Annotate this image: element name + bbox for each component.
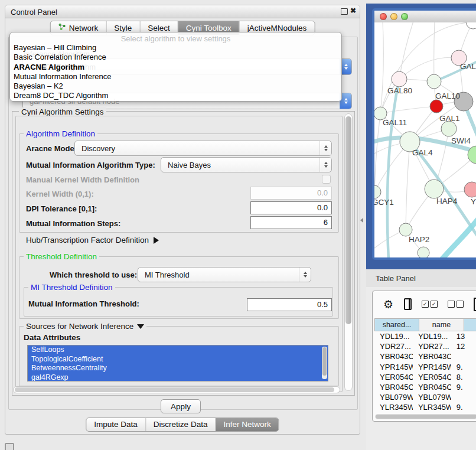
algorithm-option[interactable]: Basic Correlation Inference [10,53,341,62]
table-window: ⚙ ✓ ✓ shared...nameA YDL19...YDL19...13Y… [372,291,476,422]
unchecked-box-icon [457,301,464,308]
network-edge[interactable] [380,22,383,113]
gear-icon[interactable]: ⚙ [383,299,393,310]
columns-view-icon[interactable] [404,298,411,310]
network-node[interactable] [430,100,443,113]
network-node[interactable] [418,247,429,257]
tab-infer-network[interactable]: Infer Network [215,418,278,431]
network-node[interactable] [374,185,381,198]
data-attributes-list[interactable]: SelfLoopsTopologicalCoefficientBetweenne… [27,345,328,381]
float-window-icon[interactable] [341,8,348,15]
table-horizontal-scrollbar[interactable] [375,414,476,419]
mi-steps-field[interactable]: 6 [250,216,332,229]
network-edge[interactable] [434,22,435,81]
node-label: GAL4 [412,148,433,157]
select-none-icon[interactable] [448,301,464,308]
collapsed-panel-icon[interactable] [5,443,14,450]
settings-horizontal-scrollbar[interactable] [13,386,340,393]
checked-box-icon: ✓ [422,301,429,308]
attribute-item[interactable]: gal4RGexp [28,373,328,382]
node-label: GCY1 [374,198,394,207]
screen: GALGAL80GAL10GAL11GAL1SWI4GAL4GCY1HAP4YH… [0,0,476,450]
table-row[interactable]: YIL052CYIL052C9 [374,413,476,413]
column-header[interactable]: A [464,318,476,331]
mi-type-label: Mutual Information Algorithm Type: [26,161,155,169]
table-row[interactable]: YPR145WYPR145W9. [374,362,476,372]
mi-threshold-field[interactable]: 0.5 [247,298,332,311]
table-header-row: shared...nameA [374,318,476,331]
tab-discretize-data[interactable]: Discretize Data [145,418,216,431]
table-row[interactable]: YLR345WYLR345W9. [374,402,476,412]
mi-threshold-group-title: MI Threshold Definition [28,283,115,292]
algorithm-option[interactable]: Bayesian – K2 [10,81,341,91]
close-icon[interactable]: ✖ [350,6,356,15]
table-cell: YDL19... [374,332,413,341]
attribute-item[interactable]: SelfLoops [28,345,328,355]
table-row[interactable]: YDL19...YDL19...13 [374,331,476,341]
tab-label: Impute Data [94,420,138,429]
network-tab-icon [58,23,66,32]
column-header[interactable]: name [419,318,464,331]
network-edge[interactable] [387,79,399,257]
table-cell: YBR045C [374,383,413,392]
algorithm-option[interactable]: Mutual Information Inference [10,72,341,81]
list-vertical-scrollbar[interactable] [322,347,327,379]
settings-vertical-scrollbar[interactable] [344,113,353,391]
network-node[interactable] [466,22,476,29]
kernel-width-label: Kernel Width (0,1): [26,190,94,198]
table-row[interactable]: YDR27...YDR27...12 [374,341,476,351]
zoom-traffic-light-icon[interactable] [401,13,408,20]
network-window-titlebar[interactable] [374,11,476,23]
which-threshold-combobox[interactable]: MI Threshold [138,267,311,282]
tab-impute-data[interactable]: Impute Data [86,418,145,431]
network-node[interactable] [441,121,457,136]
network-edge[interactable] [399,22,413,79]
table-row[interactable]: YBR045CYBR045C9. [374,382,476,392]
table-cell: YDL19... [413,332,451,341]
network-node[interactable] [425,180,444,198]
network-node[interactable] [427,74,441,89]
dpi-tolerance-field[interactable]: 0.0 [250,201,332,214]
algorithm-option[interactable]: Dream8 DC_TDC Algorithm [10,91,341,100]
dpi-tolerance-label: DPI Tolerance [0,1]: [26,204,97,213]
attribute-item[interactable]: TopologicalCoefficient [28,355,328,364]
network-node[interactable] [464,182,476,197]
table-toolbar: ⚙ ✓ ✓ [373,291,476,317]
network-node[interactable] [399,223,412,236]
network-view-window[interactable]: GALGAL80GAL10GAL11GAL1SWI4GAL4GCY1HAP4YH… [372,8,476,260]
panel-collapse-arrow-icon[interactable] [360,218,363,223]
algorithm-dropdown-popup: Select algorithm to view settings Bayesi… [9,32,342,102]
aracne-mode-label: Aracne Mode: [26,144,77,153]
settings-group-title: Cyni Algorithm Settings [19,107,106,116]
table-cell: 8. [451,373,476,381]
attribute-item[interactable]: BetweennessCentrality [28,364,328,373]
column-header[interactable]: shared... [374,318,419,331]
network-canvas[interactable]: GALGAL80GAL10GAL11GAL1SWI4GAL4GCY1HAP4YH… [374,22,476,257]
table-row[interactable]: YER054CYER054C8. [374,372,476,382]
mi-type-combobox[interactable]: Naive Bayes [161,157,332,172]
threshold-definition-title: Threshold Definition [24,252,99,261]
control-panel-titlebar[interactable] [5,5,360,18]
document-icon[interactable] [474,298,476,311]
table-row[interactable]: YBR043CYBR043C [374,351,476,361]
network-node[interactable] [392,71,407,87]
apply-button[interactable]: Apply [161,399,201,413]
table-cell: YLR345W [413,403,451,412]
minimize-traffic-light-icon[interactable] [390,13,397,20]
table-row[interactable]: YBL079WYBL079W [374,392,476,402]
manual-kernel-checkbox[interactable] [322,175,331,184]
network-edge[interactable] [380,106,436,113]
network-graph[interactable]: GALGAL80GAL10GAL11GAL1SWI4GAL4GCY1HAP4YH… [374,22,476,257]
select-all-checked-icon[interactable]: ✓ ✓ [422,301,438,308]
network-edge[interactable] [406,142,410,230]
hub-definition-toggle[interactable]: Hub/Transcription Factor Definition [26,236,159,244]
table-cell: YBL079W [413,393,451,402]
kernel-width-field[interactable]: 0.0 [250,187,332,200]
algorithm-option[interactable]: Bayesian – Hill Climbing [10,43,341,53]
sources-toggle[interactable]: Sources for Network Inference [24,322,146,331]
control-panel-title: Control Panel [11,8,57,17]
close-traffic-light-icon[interactable] [380,13,387,20]
aracne-mode-combobox[interactable]: Discovery [74,141,332,156]
algorithm-option[interactable]: ARACNE Algorithm [10,63,341,72]
table-cell: YBR045C [413,383,451,392]
